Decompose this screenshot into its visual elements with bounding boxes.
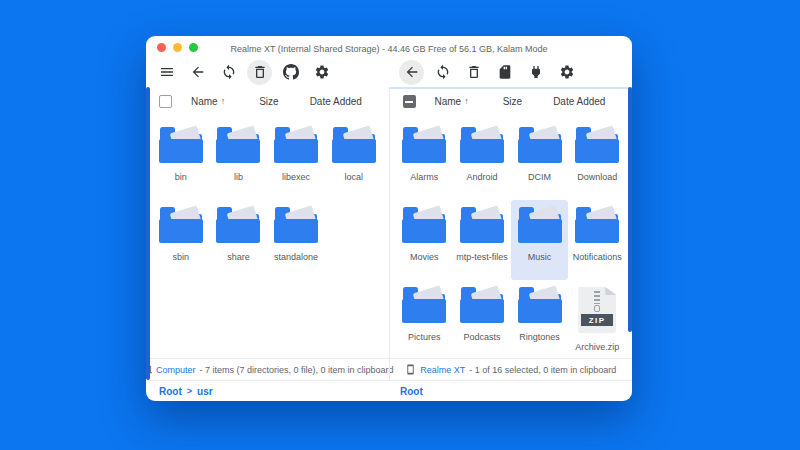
- file-tile[interactable]: Download: [568, 120, 626, 200]
- back-icon: [404, 64, 420, 80]
- file-tile[interactable]: Alarms: [396, 120, 454, 200]
- folder-icon: [216, 127, 260, 163]
- sd-card-icon: [497, 64, 513, 80]
- refresh-button[interactable]: [216, 60, 241, 85]
- window-title: Realme XT (Internal Shared Storage) - 44…: [231, 40, 548, 54]
- delete-button[interactable]: [247, 60, 272, 85]
- folder-icon: [575, 127, 619, 163]
- sd-card-button[interactable]: [492, 60, 517, 85]
- folder-icon: [159, 207, 203, 243]
- file-tile[interactable]: Pictures: [396, 280, 454, 358]
- file-name: libexec: [282, 172, 310, 182]
- folder-icon: [518, 287, 562, 323]
- file-tile[interactable]: sbin: [152, 200, 210, 280]
- sort-by-name[interactable]: Name ↑: [191, 96, 225, 107]
- file-tile[interactable]: Ringtones: [511, 280, 569, 358]
- folder-icon: [402, 287, 446, 323]
- local-pane: Name ↑ Size Date Added binliblibexecloca…: [146, 87, 389, 380]
- breadcrumb-item[interactable]: Root: [400, 386, 423, 397]
- file-name: Podcasts: [463, 332, 500, 342]
- file-tile[interactable]: Music: [511, 200, 569, 280]
- file-name: sbin: [173, 252, 190, 262]
- name-column-label: Name: [435, 96, 462, 107]
- folder-icon: [460, 127, 504, 163]
- file-name: Movies: [410, 252, 439, 262]
- select-all-checkbox[interactable]: [159, 95, 172, 108]
- delete-button[interactable]: [461, 60, 486, 85]
- right-pane-header: Name ↑ Size Date Added: [390, 89, 633, 114]
- folder-icon: [216, 207, 260, 243]
- settings-icon: [559, 64, 575, 80]
- file-name: bin: [175, 172, 187, 182]
- sort-by-name[interactable]: Name ↑: [435, 96, 469, 107]
- folder-icon: [518, 207, 562, 243]
- date-added-column-label[interactable]: Date Added: [553, 96, 605, 107]
- file-tile[interactable]: mtp-test-files: [453, 200, 511, 280]
- file-tile[interactable]: Notifications: [568, 200, 626, 280]
- file-name: Ringtones: [519, 332, 560, 342]
- file-tile[interactable]: local: [325, 120, 383, 200]
- file-tile[interactable]: bin: [152, 120, 210, 200]
- file-tile[interactable]: standalone: [267, 200, 325, 280]
- delete-icon: [466, 64, 482, 80]
- power-icon: [528, 64, 544, 80]
- folder-icon: [575, 207, 619, 243]
- file-tile[interactable]: Android: [453, 120, 511, 200]
- breadcrumb-item[interactable]: Root: [159, 386, 182, 397]
- name-column-label: Name: [191, 96, 218, 107]
- file-name: Pictures: [408, 332, 441, 342]
- file-tile[interactable]: Movies: [396, 200, 454, 280]
- left-pane-header: Name ↑ Size Date Added: [146, 89, 389, 114]
- power-button[interactable]: [523, 60, 548, 85]
- file-tile[interactable]: share: [210, 200, 268, 280]
- file-name: Archive.zip: [575, 342, 619, 352]
- breadcrumb-item[interactable]: usr: [197, 386, 213, 397]
- file-name: Alarms: [410, 172, 438, 182]
- traffic-lights: [157, 43, 198, 52]
- right-file-grid: AlarmsAndroidDCIMDownloadMoviesmtp-test-…: [390, 114, 633, 358]
- breadcrumb-row: Root>usr Root: [146, 380, 632, 401]
- file-name: Music: [528, 252, 552, 262]
- phone-device-link[interactable]: Realme XT: [420, 365, 465, 375]
- folder-icon: [518, 127, 562, 163]
- file-name: lib: [234, 172, 243, 182]
- smartphone-icon: [405, 364, 416, 375]
- file-tile[interactable]: DCIM: [511, 120, 569, 200]
- menu-button[interactable]: [154, 60, 179, 85]
- left-status-bar: Computer - 7 items (7 directories, 0 fil…: [146, 358, 389, 380]
- settings-button[interactable]: [554, 60, 579, 85]
- right-status-text: - 1 of 16 selected, 0 item in clipboard: [469, 365, 616, 375]
- maximize-button[interactable]: [189, 43, 198, 52]
- file-name: Android: [466, 172, 497, 182]
- app-window: Realme XT (Internal Shared Storage) - 44…: [146, 36, 632, 401]
- size-column-label[interactable]: Size: [259, 96, 278, 107]
- file-tile[interactable]: ZIPArchive.zip: [568, 280, 626, 358]
- file-name: Download: [577, 172, 617, 182]
- date-added-column-label[interactable]: Date Added: [310, 96, 362, 107]
- size-column-label[interactable]: Size: [503, 96, 522, 107]
- left-pane-scrollbar[interactable]: [146, 87, 150, 380]
- settings-button[interactable]: [309, 60, 334, 85]
- minimize-button[interactable]: [173, 43, 182, 52]
- folder-icon: [460, 207, 504, 243]
- select-all-checkbox[interactable]: [403, 95, 416, 108]
- file-tile[interactable]: lib: [210, 120, 268, 200]
- left-breadcrumb: Root>usr: [146, 386, 391, 397]
- right-pane-scrollbar[interactable]: [628, 87, 632, 332]
- computer-device-link[interactable]: Computer: [156, 365, 196, 375]
- file-tile[interactable]: libexec: [267, 120, 325, 200]
- file-name: mtp-test-files: [456, 252, 508, 262]
- settings-icon: [314, 64, 330, 80]
- folder-icon: [332, 127, 376, 163]
- back-button[interactable]: [399, 60, 424, 85]
- toolbars-row: [146, 57, 632, 87]
- folder-icon: [274, 207, 318, 243]
- right-breadcrumb: Root: [391, 386, 632, 397]
- back-button[interactable]: [185, 60, 210, 85]
- file-tile[interactable]: Podcasts: [453, 280, 511, 358]
- file-name: share: [227, 252, 250, 262]
- close-button[interactable]: [157, 43, 166, 52]
- github-button[interactable]: [278, 60, 303, 85]
- refresh-button[interactable]: [430, 60, 455, 85]
- back-icon: [190, 64, 206, 80]
